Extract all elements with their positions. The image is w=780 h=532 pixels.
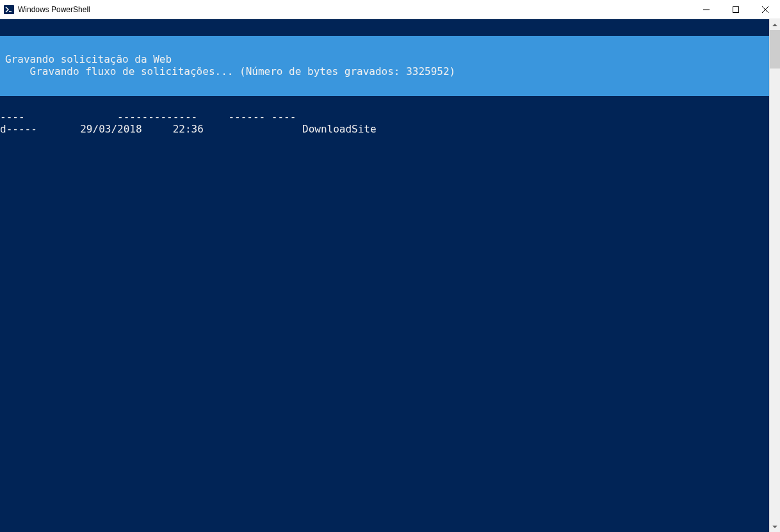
window-title: Windows PowerShell [18,5,90,14]
vertical-scrollbar[interactable] [769,19,780,532]
progress-banner: Gravando solicitação da Web Gravando flu… [0,36,769,96]
window-controls [692,0,780,19]
listing-row: d----- 29/03/2018 22:36 DownloadSite [0,123,377,135]
window-titlebar: Windows PowerShell [0,0,780,19]
scroll-up-button[interactable] [770,19,780,30]
client-area: Gravando solicitação da Web Gravando flu… [0,19,780,532]
progress-title: Gravando solicitação da Web [5,53,172,65]
scroll-down-button[interactable] [770,521,780,532]
powershell-icon [4,4,14,15]
terminal-viewport[interactable]: Gravando solicitação da Web Gravando flu… [0,19,769,532]
maximize-button[interactable] [721,0,751,19]
titlebar-left: Windows PowerShell [0,4,90,15]
scrollbar-thumb[interactable] [770,30,780,69]
minimize-button[interactable] [692,0,721,19]
progress-detail: Gravando fluxo de solicitações... (Númer… [5,65,455,77]
directory-listing: ---- ------------- ------ ---- d----- 29… [0,100,377,147]
scrollbar-track[interactable] [770,30,780,521]
svg-rect-3 [733,6,739,12]
close-button[interactable] [751,0,780,19]
listing-header-dashes: ---- ------------- ------ ---- [0,111,296,123]
